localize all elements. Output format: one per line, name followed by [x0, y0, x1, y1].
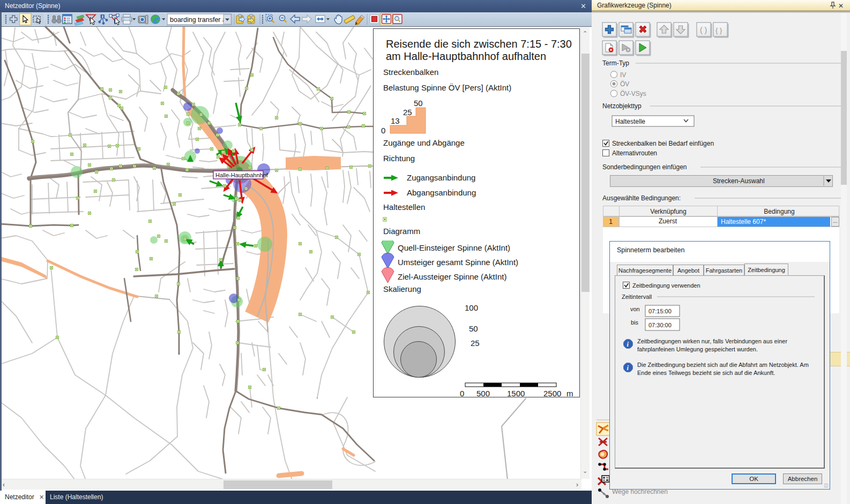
svg-text:i: i [627, 364, 629, 372]
svg-text:Ende eines Teilwegs bezieht si: Ende eines Teilwegs bezieht sie sich auf… [637, 370, 775, 376]
svg-text:2500: 2500 [543, 389, 561, 398]
svg-text:Strecken-Auswahl: Strecken-Auswahl [713, 177, 765, 185]
svg-text:ÖV-VSys: ÖV-VSys [620, 90, 646, 97]
svg-text:500: 500 [476, 389, 490, 398]
svg-text:Zeitbedingung verwenden: Zeitbedingung verwenden [632, 282, 700, 289]
svg-text:07:30:00: 07:30:00 [648, 322, 672, 328]
svg-text:Die Zeitbedingung bezieht sich: Die Zeitbedingung bezieht sich auf die A… [637, 362, 809, 368]
svg-text:m: m [566, 389, 573, 398]
svg-text:13: 13 [391, 116, 400, 125]
svg-text:Term-Typ: Term-Typ [602, 59, 629, 67]
svg-text:Halle-Hauptbahnhof: Halle-Hauptbahnhof [215, 172, 269, 178]
svg-text:0: 0 [460, 389, 464, 398]
svg-text:Netzobjekttyp: Netzobjekttyp [602, 102, 642, 110]
svg-text:0: 0 [381, 126, 385, 135]
svg-text:Haltestelle: Haltestelle [615, 118, 645, 125]
svg-text:100: 100 [465, 303, 478, 312]
svg-text:Zeitbedingungen wirken nur, fa: Zeitbedingungen wirken nur, falls Verbin… [637, 338, 787, 344]
svg-text:Ausgewählte Bedingungen:: Ausgewählte Bedingungen: [602, 194, 681, 202]
svg-text:Alternativrouten: Alternativrouten [612, 149, 657, 157]
svg-text:i: i [627, 341, 629, 348]
svg-text:Streckenbalken bei Bedarf einf: Streckenbalken bei Bedarf einfügen [612, 140, 714, 147]
svg-text:50: 50 [414, 99, 423, 108]
svg-text:( ): ( ) [700, 26, 707, 34]
svg-text:Zeitintervall: Zeitintervall [622, 294, 652, 300]
svg-text:{ }: { } [715, 26, 722, 34]
svg-text:25: 25 [403, 108, 412, 117]
svg-text:Sonderbedingungen einfügen: Sonderbedingungen einfügen [602, 163, 687, 171]
svg-text:50: 50 [469, 324, 478, 333]
svg-text:fahrplanfeinen Umlegung gespei: fahrplanfeinen Umlegung gespeichert wurd… [637, 346, 758, 352]
svg-text:ÖV: ÖV [620, 80, 629, 88]
svg-text:bis: bis [631, 319, 639, 326]
svg-text:IV: IV [620, 71, 626, 79]
svg-text:07:15:00: 07:15:00 [648, 308, 672, 314]
svg-text:25: 25 [471, 338, 480, 348]
svg-text:von: von [630, 306, 640, 312]
svg-text:boarding transfer a: boarding transfer a [170, 16, 226, 24]
svg-text:1500: 1500 [507, 389, 525, 398]
